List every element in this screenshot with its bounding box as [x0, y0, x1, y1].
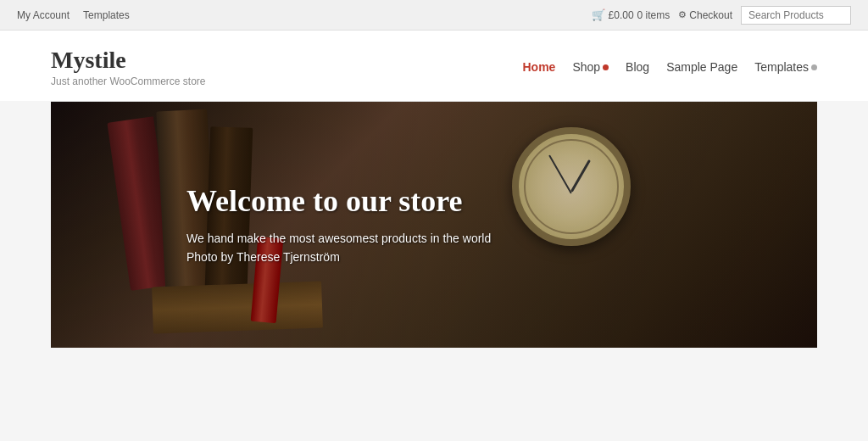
nav-home[interactable]: Home — [522, 60, 555, 74]
hero-banner: Welcome to our store We hand make the mo… — [51, 102, 817, 348]
hero-title: Welcome to our store — [186, 182, 491, 218]
nav-shop[interactable]: Shop — [572, 60, 609, 74]
cart-currency: £0.00 — [609, 9, 634, 21]
gear-icon: ⚙ — [678, 9, 687, 20]
checkout-label: Checkout — [689, 9, 732, 21]
site-title: Mystile — [51, 47, 206, 74]
nav-blog[interactable]: Blog — [626, 60, 649, 74]
templates-link-top[interactable]: Templates — [83, 9, 130, 21]
search-input[interactable] — [741, 6, 851, 25]
top-bar: My Account Templates 🛒 £0.00 0 items ⚙ C… — [0, 0, 868, 31]
my-account-link[interactable]: My Account — [17, 9, 70, 21]
hero-content: Welcome to our store We hand make the mo… — [186, 182, 491, 266]
top-bar-left: My Account Templates — [17, 9, 130, 21]
site-header: Mystile Just another WooCommerce store H… — [0, 31, 868, 101]
nav-dot-shop — [603, 64, 609, 70]
nav-templates[interactable]: Templates — [754, 60, 817, 74]
site-subtitle: Just another WooCommerce store — [51, 75, 206, 87]
top-bar-right: 🛒 £0.00 0 items ⚙ Checkout — [592, 6, 851, 25]
nav-dot-templates — [811, 64, 817, 70]
nav-sample-page[interactable]: Sample Page — [666, 60, 737, 74]
main-nav: Home Shop Blog Sample Page Templates — [522, 60, 817, 74]
hero-subtitle: We hand make the most awesomest products… — [186, 228, 491, 266]
hero-subtitle-line2: Photo by Therese Tjernström — [186, 248, 491, 266]
logo-area: Mystile Just another WooCommerce store — [51, 47, 206, 87]
cart-items: 0 items — [637, 9, 670, 21]
cart-info: 🛒 £0.00 0 items — [592, 8, 670, 21]
hero-subtitle-line1: We hand make the most awesomest products… — [186, 228, 491, 247]
checkout-link[interactable]: ⚙ Checkout — [678, 9, 732, 21]
cart-icon: 🛒 — [592, 8, 605, 21]
